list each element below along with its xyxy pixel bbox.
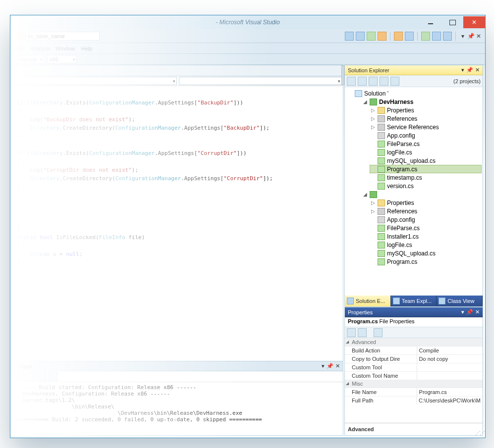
toolbar-icon[interactable] — [367, 32, 376, 41]
sol-tool-icon[interactable] — [358, 77, 367, 86]
tree-item[interactable]: version.cs — [370, 182, 482, 190]
expand-icon[interactable] — [371, 150, 376, 155]
pin-icon[interactable]: 📌 — [467, 33, 474, 40]
tree-item[interactable]: App.config — [370, 131, 482, 140]
sol-tool-icon[interactable] — [369, 77, 378, 86]
expand-icon[interactable] — [371, 184, 376, 189]
maximize-button[interactable] — [441, 16, 463, 28]
menu-help[interactable]: Help — [81, 46, 92, 51]
property-value[interactable]: Program.cs — [417, 388, 483, 396]
expand-icon[interactable]: ▷ — [371, 116, 376, 121]
property-row[interactable]: Copy to Output DireDo not copy — [345, 354, 483, 363]
expand-icon[interactable]: ▷ — [371, 125, 376, 130]
menu-analyze[interactable]: Analyze — [30, 46, 50, 51]
expand-icon[interactable] — [371, 259, 376, 264]
collapse-icon[interactable]: ◢ — [363, 192, 368, 197]
toolbar-icon[interactable] — [356, 32, 365, 41]
toolbar-icon[interactable] — [378, 32, 386, 41]
expand-icon[interactable] — [371, 234, 376, 239]
expand-icon[interactable] — [371, 251, 376, 256]
dropdown-icon[interactable]: ▾ — [459, 33, 466, 40]
tree-item[interactable]: Installer1.cs — [370, 232, 482, 241]
tree-item[interactable]: Program.cs — [370, 165, 482, 173]
minimize-button[interactable] — [420, 16, 441, 28]
toolbar-icon[interactable] — [394, 32, 403, 41]
sol-tool-icon[interactable] — [390, 77, 399, 86]
tree-item[interactable]: ▷Properties — [370, 199, 482, 207]
tree-item[interactable]: logFile.cs — [370, 148, 482, 156]
tab-team-explorer[interactable]: Team Expl... — [391, 296, 437, 306]
tree-item[interactable]: mySQL_upload.cs — [370, 156, 482, 165]
menu-test[interactable]: Test — [14, 46, 24, 51]
tab-solution-explorer[interactable]: Solution E... — [345, 296, 391, 306]
category-advanced[interactable]: Advanced — [345, 338, 483, 346]
output-tool-icon[interactable] — [27, 372, 36, 381]
type-combo[interactable] — [14, 77, 177, 85]
member-combo[interactable] — [179, 77, 342, 85]
config-combo[interactable]: Release — [14, 55, 44, 63]
tree-item[interactable]: ▷References — [370, 207, 482, 215]
toolbar-icon[interactable] — [345, 32, 354, 41]
property-grid[interactable]: Advanced Build ActionCompileCopy to Outp… — [345, 338, 483, 423]
expand-icon[interactable] — [371, 158, 376, 163]
toolbar-icon[interactable] — [405, 32, 414, 41]
expand-icon[interactable]: ▷ — [371, 200, 376, 205]
sol-tool-icon[interactable] — [380, 77, 388, 86]
tree-item[interactable]: timestamp.cs — [370, 173, 482, 182]
project-node[interactable]: ◢ — [362, 190, 482, 199]
alphabetical-icon[interactable] — [358, 328, 367, 337]
close-button[interactable] — [463, 16, 485, 28]
category-misc[interactable]: Misc — [345, 380, 483, 388]
tree-item[interactable]: FileParse.cs — [370, 224, 482, 232]
tree-item[interactable]: mySQL_upload.cs — [370, 249, 482, 257]
tree-item[interactable]: FileParse.cs — [370, 140, 482, 148]
output-tool-icon[interactable] — [49, 372, 57, 381]
sol-tool-icon[interactable] — [347, 77, 356, 86]
categorized-icon[interactable] — [347, 328, 356, 337]
tree-item[interactable]: ▷Properties — [370, 106, 482, 114]
tree-item[interactable]: ▷Service References — [370, 123, 482, 131]
resize-grip[interactable]: ⋰⋰ — [475, 430, 484, 437]
collapse-icon[interactable]: ◢ — [363, 100, 368, 104]
close-pane-icon[interactable]: ✕ — [475, 33, 482, 40]
output-tool-icon[interactable] — [38, 372, 47, 381]
expand-icon[interactable]: ▷ — [371, 108, 376, 113]
solution-tree[interactable]: Solution ' ◢ DevHarness ▷Properties▷ — [345, 87, 483, 296]
property-row[interactable]: Custom Tool Name — [345, 371, 483, 380]
tree-item[interactable]: Program.cs — [370, 257, 482, 266]
editor-tabs[interactable] — [13, 65, 343, 76]
tree-item[interactable]: App.config — [370, 215, 482, 224]
property-value[interactable] — [417, 372, 483, 380]
project-node[interactable]: ◢ DevHarness — [362, 98, 482, 106]
solution-node[interactable]: Solution ' — [354, 89, 482, 98]
property-value[interactable]: Compile — [417, 347, 483, 354]
expand-icon[interactable]: ▷ — [371, 209, 376, 214]
close-pane-icon[interactable]: ✕ — [475, 67, 480, 73]
property-row[interactable]: Full PathC:\Users\deskPC\Work\M — [345, 396, 483, 404]
toolbar-icon[interactable] — [443, 32, 452, 41]
expand-icon[interactable] — [371, 133, 376, 138]
tree-item[interactable]: logFile.cs — [370, 241, 482, 249]
close-pane-icon[interactable]: ✕ — [335, 363, 340, 369]
dropdown-icon[interactable]: ▾ — [322, 363, 325, 369]
dropdown-icon[interactable]: ▾ — [461, 67, 464, 73]
pin-icon[interactable]: 📌 — [466, 309, 473, 315]
property-row[interactable]: File NameProgram.cs — [345, 388, 483, 396]
toolbar-icon[interactable] — [432, 32, 441, 41]
output-text[interactable]: ------ Build started: Configuration: Rel… — [13, 382, 343, 435]
property-value[interactable]: Do not copy — [417, 355, 483, 363]
pin-icon[interactable]: 📌 — [327, 363, 333, 369]
close-pane-icon[interactable]: ✕ — [475, 309, 480, 315]
menu-window[interactable]: Window — [55, 46, 75, 51]
splitter-handle[interactable] — [341, 65, 344, 85]
platform-combo[interactable]: x86 — [47, 55, 77, 63]
output-tool-icon[interactable] — [16, 372, 25, 381]
property-value[interactable] — [417, 363, 483, 371]
expand-icon[interactable] — [371, 217, 376, 222]
property-pages-icon[interactable] — [374, 328, 383, 337]
property-row[interactable]: Build ActionCompile — [345, 346, 483, 354]
start-icon[interactable] — [421, 32, 430, 41]
dropdown-icon[interactable]: ▾ — [461, 309, 464, 315]
pin-icon[interactable]: 📌 — [466, 67, 473, 73]
expand-icon[interactable] — [371, 167, 376, 172]
